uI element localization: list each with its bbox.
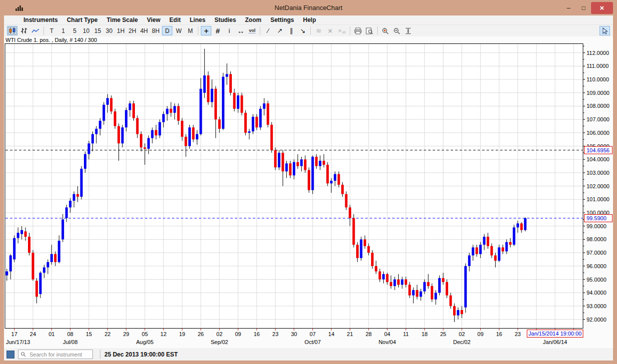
timeframe-5min-button[interactable]: 5: [69, 26, 80, 35]
menu-item-instruments[interactable]: Instruments: [19, 16, 62, 23]
chart-panel: WTI Crude 1. pos. , Daily, # 140 / 300 1…: [4, 36, 613, 348]
candlestick-chart-icon[interactable]: [7, 26, 17, 35]
candle-body: [222, 77, 224, 129]
maximize-button[interactable]: □: [576, 2, 591, 14]
candle-body: [371, 253, 374, 266]
timeframe-weekly-label: W: [176, 27, 181, 34]
search-box[interactable]: [18, 350, 93, 359]
candle-body: [423, 282, 426, 292]
candle-body: [338, 174, 340, 185]
candle-body: [405, 280, 407, 285]
close-button[interactable]: ×: [591, 2, 613, 14]
timeframe-daily-button[interactable]: D: [162, 26, 172, 35]
candle-body: [17, 233, 19, 238]
timeframe-1h-button[interactable]: 1H: [115, 26, 126, 35]
menu-item-lines[interactable]: Lines: [185, 16, 210, 23]
candle-body: [479, 245, 482, 254]
volume-toggle-button[interactable]: vol: [247, 26, 257, 35]
price-chart[interactable]: 112.0000111.0000110.0000109.0000108.0000…: [4, 43, 613, 348]
menu-item-edit[interactable]: Edit: [165, 16, 185, 23]
price-tick-label: 102.0000: [587, 183, 610, 189]
candle-body: [121, 127, 124, 143]
candle-body: [129, 103, 131, 110]
delete-all-objects-button[interactable]: ×all: [336, 26, 347, 35]
timeframe-4h-button[interactable]: 4H: [139, 26, 149, 35]
parallel-channel-tool-button[interactable]: ∥: [286, 26, 296, 35]
menu-item-studies[interactable]: Studies: [210, 16, 240, 23]
grid-toggle-button[interactable]: #: [212, 26, 223, 35]
candle-body: [427, 282, 430, 286]
month-label: Jul/08: [63, 339, 77, 345]
candle-body: [483, 237, 486, 245]
timeframe-monthly-button[interactable]: M: [185, 26, 195, 35]
title-bar: NetDania FinanceChart – □ ×: [0, 0, 617, 15]
ohlc-bar-chart-icon[interactable]: [18, 26, 29, 35]
menu-item-time-scale[interactable]: Time Scale: [102, 16, 142, 23]
candle-body: [248, 131, 250, 133]
candle-body: [110, 98, 112, 111]
minimize-button[interactable]: –: [561, 2, 576, 14]
line-chart-icon[interactable]: [30, 26, 41, 35]
candle-body: [285, 163, 288, 171]
pointer-tool-icon[interactable]: [600, 26, 610, 35]
grid-toggle-glyph: #: [216, 27, 220, 34]
toolbar-separator: [350, 26, 350, 35]
candle-body: [114, 111, 116, 126]
trendline-tool-button[interactable]: ∕: [263, 26, 273, 35]
candle-body: [102, 105, 105, 121]
timeframe-tick-button[interactable]: T: [46, 26, 57, 35]
print-icon[interactable]: [353, 26, 363, 35]
horizontal-scroll-tool-button[interactable]: ↔: [235, 26, 246, 35]
candle-body: [162, 114, 165, 122]
timeframe-2h-button[interactable]: 2H: [127, 26, 137, 35]
candle-body: [252, 117, 254, 131]
delete-object-glyph: ×: [328, 27, 332, 34]
timeframe-10min-label: 10: [83, 27, 89, 34]
candle-body: [356, 245, 359, 258]
candle-body: [304, 159, 306, 170]
window-content: InstrumentsChart TypeTime ScaleViewEditL…: [4, 15, 613, 361]
menu-item-help[interactable]: Help: [298, 16, 320, 23]
timeframe-1min-button[interactable]: 1: [58, 26, 68, 35]
candle-body: [65, 207, 68, 218]
search-input[interactable]: [28, 351, 87, 358]
arrow-annotation-tool-glyph: ↘: [300, 27, 305, 34]
candle-body: [476, 247, 478, 254]
info-tool-button[interactable]: i: [224, 26, 234, 35]
crosshair-tool-button[interactable]: +: [201, 26, 211, 35]
candle-body: [166, 109, 168, 114]
delete-object-button[interactable]: ×: [325, 26, 335, 35]
menu-item-chart-type[interactable]: Chart Type: [62, 16, 102, 23]
ray-tool-button[interactable]: ↗: [274, 26, 285, 35]
instrument-color-swatch: [6, 351, 14, 359]
window-controls: – □ ×: [561, 0, 613, 15]
candle-body: [54, 254, 56, 262]
timeframe-10min-button[interactable]: 10: [81, 26, 91, 35]
timeframe-15min-button[interactable]: 15: [92, 26, 103, 35]
candle-body: [188, 127, 191, 146]
menu-item-settings[interactable]: Settings: [266, 16, 298, 23]
arrow-annotation-tool-button[interactable]: ↘: [297, 26, 308, 35]
timeframe-8h-button[interactable]: 8H: [150, 26, 161, 35]
candle-body: [274, 150, 277, 168]
menu-bar: InstrumentsChart TypeTime ScaleViewEditL…: [4, 15, 613, 25]
timeframe-30min-label: 30: [106, 27, 112, 34]
angle-lines-tool-button[interactable]: ≋: [313, 26, 324, 35]
menu-item-zoom[interactable]: Zoom: [240, 16, 266, 23]
zoom-in-icon[interactable]: [380, 26, 391, 35]
candle-body: [99, 121, 101, 129]
candle-body: [438, 278, 441, 293]
timeframe-weekly-button[interactable]: W: [173, 26, 184, 35]
print-preview-icon[interactable]: [364, 26, 375, 35]
candle-body: [73, 194, 75, 201]
candle-body: [375, 266, 377, 272]
candle-body: [386, 274, 389, 282]
timeframe-30min-button[interactable]: 30: [104, 26, 114, 35]
fit-vertical-icon[interactable]: [403, 26, 414, 35]
menu-item-view[interactable]: View: [142, 16, 165, 23]
candle-body: [524, 218, 527, 230]
zoom-out-icon[interactable]: [392, 26, 402, 35]
candle-body: [319, 161, 321, 166]
candle-body: [35, 281, 38, 297]
candle-body: [87, 143, 90, 154]
